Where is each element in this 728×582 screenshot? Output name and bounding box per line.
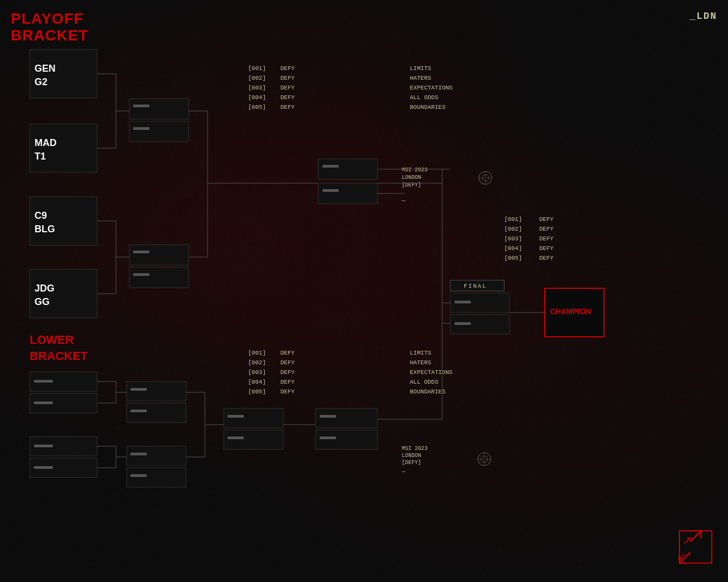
svg-rect-114 — [224, 408, 283, 428]
svg-rect-16 — [129, 99, 189, 119]
svg-rect-91 — [34, 445, 53, 447]
svg-rect-81 — [545, 288, 604, 337]
svg-rect-89 — [34, 401, 53, 404]
svg-text:[002]: [002] — [248, 75, 266, 81]
svg-rect-73 — [455, 301, 471, 303]
svg-text:BOUNDARIES: BOUNDARIES — [410, 389, 445, 395]
svg-text:[005]: [005] — [248, 389, 266, 395]
svg-rect-26 — [129, 267, 189, 288]
svg-rect-98 — [127, 382, 186, 401]
svg-text:DEFY: DEFY — [280, 75, 295, 81]
svg-rect-25 — [133, 251, 149, 253]
svg-text:—: — — [401, 468, 406, 475]
svg-text:EXPECTATIONS: EXPECTATIONS — [410, 85, 453, 91]
svg-text:[005]: [005] — [504, 255, 522, 261]
svg-text:[001]: [001] — [248, 65, 266, 72]
svg-rect-18 — [129, 121, 189, 142]
svg-rect-88 — [30, 393, 97, 413]
svg-point-127 — [481, 456, 487, 462]
svg-rect-99 — [131, 388, 147, 391]
svg-text:MSI 2023: MSI 2023 — [402, 167, 428, 173]
svg-text:G2: G2 — [35, 77, 47, 87]
playoff-bracket-title: PLAYOFF BRACKET — [11, 11, 88, 44]
svg-rect-33 — [322, 165, 339, 168]
svg-text:FINAL: FINAL — [464, 283, 487, 289]
svg-rect-86 — [30, 372, 97, 391]
svg-line-154 — [679, 552, 690, 563]
svg-text:[003]: [003] — [504, 235, 522, 242]
svg-rect-0 — [30, 50, 97, 98]
svg-text:DEFY: DEFY — [539, 245, 554, 252]
svg-text:C9: C9 — [35, 210, 47, 221]
svg-point-126 — [478, 453, 491, 466]
svg-text:LONDON: LONDON — [402, 453, 421, 459]
svg-rect-117 — [228, 436, 244, 439]
svg-rect-19 — [133, 127, 149, 130]
svg-text:↗: ↗ — [682, 534, 692, 547]
svg-text:BOUNDARIES: BOUNDARIES — [410, 104, 445, 110]
svg-rect-100 — [127, 403, 186, 422]
svg-rect-115 — [228, 415, 244, 418]
svg-text:DEFY: DEFY — [280, 350, 295, 356]
location-title: _LDN — [690, 11, 717, 22]
svg-rect-27 — [133, 273, 149, 276]
svg-rect-109 — [131, 474, 147, 477]
svg-text:DEFY: DEFY — [280, 104, 295, 110]
svg-text:[001]: [001] — [248, 350, 266, 356]
svg-text:HATERS: HATERS — [410, 359, 431, 366]
svg-rect-3 — [30, 124, 97, 172]
svg-rect-32 — [318, 159, 377, 179]
svg-line-151 — [690, 531, 701, 542]
svg-rect-120 — [320, 415, 336, 418]
svg-rect-24 — [129, 245, 189, 265]
bracket-svg: GEN G2 MAD T1 C9 BLG JDG GG — [0, 0, 728, 582]
svg-text:↙: ↙ — [677, 550, 686, 563]
svg-rect-106 — [127, 446, 186, 466]
svg-rect-35 — [322, 189, 339, 192]
svg-text:LIMITS: LIMITS — [410, 350, 431, 356]
svg-rect-101 — [131, 410, 147, 412]
svg-text:[004]: [004] — [504, 245, 522, 252]
svg-rect-90 — [30, 436, 97, 456]
svg-text:DEFY: DEFY — [280, 369, 295, 376]
svg-text:DEFY: DEFY — [280, 85, 295, 91]
svg-text:LONDON: LONDON — [402, 175, 421, 181]
svg-text:GG: GG — [35, 296, 50, 307]
svg-text:[DEFY]: [DEFY] — [402, 460, 421, 466]
svg-text:GEN: GEN — [35, 63, 56, 74]
svg-text:[003]: [003] — [248, 85, 266, 91]
svg-point-39 — [479, 171, 492, 184]
svg-text:DEFY: DEFY — [539, 216, 554, 223]
svg-text:—: — — [401, 197, 406, 204]
svg-text:LOWER: LOWER — [30, 333, 74, 347]
svg-point-40 — [482, 175, 489, 181]
svg-text:[003]: [003] — [248, 369, 266, 376]
svg-rect-6 — [30, 197, 97, 245]
svg-rect-17 — [133, 105, 149, 107]
svg-text:[005]: [005] — [248, 104, 266, 110]
svg-rect-150 — [679, 531, 712, 563]
svg-text:ALL ODDS: ALL ODDS — [410, 379, 438, 385]
svg-text:[004]: [004] — [248, 379, 266, 385]
svg-text:BRACKET: BRACKET — [30, 349, 88, 363]
svg-text:DEFY: DEFY — [280, 359, 295, 366]
svg-text:[DEFY]: [DEFY] — [402, 182, 421, 188]
svg-text:LIMITS: LIMITS — [410, 65, 431, 72]
svg-rect-107 — [131, 453, 147, 455]
svg-text:DEFY: DEFY — [539, 235, 554, 242]
svg-text:DEFY: DEFY — [280, 65, 295, 72]
svg-text:EXPECTATIONS: EXPECTATIONS — [410, 369, 453, 376]
svg-text:[002]: [002] — [504, 226, 522, 232]
svg-text:HATERS: HATERS — [410, 75, 431, 81]
svg-rect-87 — [34, 380, 53, 383]
svg-rect-34 — [318, 183, 377, 204]
svg-rect-72 — [450, 293, 510, 313]
svg-rect-119 — [315, 408, 377, 428]
svg-rect-75 — [455, 322, 471, 325]
svg-rect-116 — [224, 430, 283, 449]
svg-text:BLG: BLG — [35, 224, 55, 234]
main-container: PLAYOFF BRACKET _LDN GEN G2 MAD T1 C9 BL… — [0, 0, 728, 582]
svg-rect-122 — [320, 436, 336, 439]
svg-text:T1: T1 — [35, 151, 46, 162]
svg-text:DEFY: DEFY — [539, 226, 554, 232]
